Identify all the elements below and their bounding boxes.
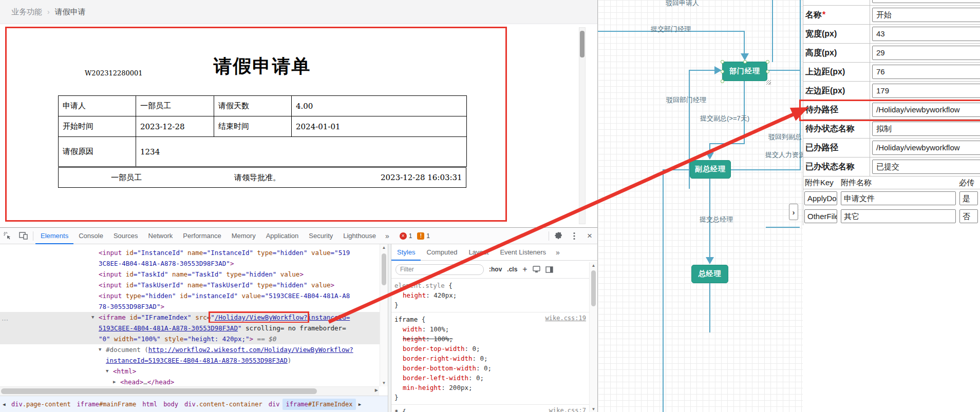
code-link[interactable]: 5193C8EE-4B04-481A-A878-30553D98F3AD [99, 324, 238, 332]
stylesheet-link[interactable]: wike.css:7 [549, 407, 586, 412]
class-toggle-button[interactable]: .cls [507, 266, 517, 273]
field-input[interactable]: 29 [872, 46, 980, 60]
workflow-node[interactable]: 总经理 [691, 265, 728, 283]
crumb-scroll-right-icon[interactable]: ▶ [356, 402, 364, 407]
attachment-input[interactable]: 是 [959, 191, 978, 205]
css-declaration[interactable]: border-top-width: 0; [394, 344, 589, 354]
css-declaration[interactable]: width: 100%; [394, 324, 589, 334]
selection-handle[interactable] [766, 60, 769, 64]
resize-handle-icon[interactable] [766, 80, 771, 85]
selection-handle[interactable] [721, 70, 724, 73]
dom-crumb[interactable]: html [139, 399, 160, 410]
css-declaration[interactable]: min-height: 200px; [394, 383, 589, 393]
attachment-input[interactable]: 申请文件 [841, 191, 956, 205]
field-input[interactable]: 179 [872, 84, 980, 98]
scrollbar-thumb[interactable] [382, 253, 386, 285]
field-input[interactable]: 24472BE2-2060-4B01-0A0 [872, 0, 980, 3]
selection-handle[interactable] [721, 60, 724, 64]
inspect-element-icon[interactable] [0, 228, 15, 244]
field-input[interactable]: 76 [872, 65, 980, 79]
code-line[interactable]: <input id="TaskId" name="TaskId" type="h… [0, 269, 388, 280]
breadcrumb-section[interactable]: 业务功能 [11, 7, 42, 17]
devtools-tab-lighthouse[interactable]: Lighthouse [338, 228, 381, 244]
code-line[interactable]: 3C8EE-4B04-481A-A878-30553D98F3AD"> [0, 258, 388, 269]
styles-tab-styles[interactable]: Styles [391, 244, 421, 261]
code-line[interactable]: <input id="InstanceId" name="InstanceId"… [0, 247, 388, 258]
attachment-input[interactable]: OtherFile [804, 209, 837, 223]
page-scrollbar[interactable] [579, 27, 586, 224]
devtools-tab-sources[interactable]: Sources [108, 228, 143, 244]
workflow-node[interactable]: 副总经理 [690, 160, 731, 179]
expander-icon[interactable]: ▼ [99, 344, 101, 355]
css-declaration[interactable]: border-right-width: 0; [394, 354, 589, 363]
rule-selector[interactable]: * [394, 408, 399, 412]
kebab-menu-icon[interactable] [567, 228, 582, 244]
dom-crumb[interactable]: div.content-container [181, 399, 266, 410]
styles-tab-computed[interactable]: Computed [421, 244, 463, 261]
css-declaration[interactable]: height: 420px; [394, 290, 589, 300]
device-toolbar-icon[interactable] [15, 228, 31, 244]
stylesheet-link[interactable]: wike.css:19 [545, 315, 586, 322]
devtools-tab-elements[interactable]: Elements [35, 228, 73, 244]
rendering-emulation-icon[interactable] [533, 266, 540, 273]
devtools-tab-performance[interactable]: Performance [178, 228, 226, 244]
selection-handle[interactable] [766, 70, 769, 73]
settings-gear-icon[interactable] [551, 228, 567, 244]
devtools-tab-memory[interactable]: Memory [227, 228, 261, 244]
page-scrollbar-thumb[interactable] [580, 31, 585, 57]
collapse-panel-button[interactable]: › [789, 204, 798, 220]
code-line[interactable]: 5193C8EE-4B04-481A-A878-30553D98F3AD" sc… [0, 323, 388, 333]
console-badges[interactable]: × 1 ! 1 [400, 232, 430, 240]
code-line[interactable]: ▶<head>…</head> [0, 377, 388, 387]
code-link[interactable]: instanceId=5193C8EE-4B04-481A-A878-30553… [106, 357, 288, 364]
elements-vertical-scrollbar[interactable]: ▲ ▼ [380, 244, 388, 386]
attachment-input[interactable]: 其它 [841, 209, 956, 223]
elements-horizontal-scrollbar[interactable]: ▶ [0, 386, 379, 396]
scrollbar-thumb[interactable] [591, 270, 596, 306]
pseudo-state-button[interactable]: :hov [489, 266, 502, 273]
field-input[interactable]: /Holiday/viewbyworkflow [872, 141, 980, 155]
dom-crumb[interactable]: iframe#IFrameIndex [282, 399, 355, 410]
gutter-ellipsis-icon[interactable]: ⋯ [2, 316, 8, 324]
code-line[interactable]: "0" width="100%" style="height: 420px;">… [0, 333, 388, 344]
css-rule[interactable]: * {wike.css:7 [391, 405, 589, 412]
scroll-up-icon[interactable]: ▲ [590, 263, 597, 268]
selection-handle[interactable] [721, 80, 724, 83]
code-line[interactable]: <input id="TaskUserId" name="TaskUserId"… [0, 280, 388, 290]
styles-vertical-scrollbar[interactable]: ▲ ▼ [589, 262, 597, 412]
dom-crumb[interactable]: div.page-content [8, 399, 74, 410]
field-input[interactable]: 拟制 [872, 122, 980, 136]
css-rule[interactable]: iframe {wike.css:19width: 100%;height: 1… [391, 312, 589, 405]
css-declaration[interactable]: height: 100%; [394, 334, 589, 344]
code-line[interactable]: ▼<html> [0, 366, 388, 377]
more-tabs-icon[interactable]: » [552, 248, 564, 257]
code-line[interactable]: ▼#document (http://workflow2.wikesoft.co… [0, 344, 388, 355]
more-tabs-icon[interactable]: » [381, 232, 393, 240]
devtools-tab-application[interactable]: Application [261, 228, 304, 244]
attachment-input[interactable]: ApplyDoc [804, 191, 837, 205]
panel-splitter[interactable] [388, 244, 391, 412]
scroll-down-icon[interactable]: ▼ [590, 407, 597, 411]
code-link[interactable]: /Holiday/ViewByWorkflow? [215, 313, 308, 321]
scroll-up-icon[interactable]: ▲ [380, 245, 388, 250]
selection-handle[interactable] [743, 60, 747, 64]
close-devtools-icon[interactable]: × [582, 228, 597, 244]
expander-icon[interactable]: ▼ [106, 366, 108, 377]
css-declaration[interactable]: border-left-width: 0; [394, 373, 589, 383]
crumb-scroll-left-icon[interactable]: ◀ [0, 402, 8, 407]
workflow-node[interactable]: 部门经理 [722, 62, 767, 81]
devtools-tab-network[interactable]: Network [143, 228, 178, 244]
attachment-input[interactable]: 否 [959, 209, 978, 223]
toggle-sidebar-icon[interactable] [545, 266, 553, 273]
scroll-down-icon[interactable]: ▼ [380, 381, 388, 385]
css-rule[interactable]: element.style {height: 420px;} [391, 279, 589, 312]
field-input[interactable]: 开始 [872, 8, 980, 22]
dom-crumb[interactable]: div [266, 399, 283, 410]
rule-selector[interactable]: iframe [394, 316, 418, 323]
breadcrumb-current[interactable]: 请假申请 [55, 7, 86, 17]
field-input[interactable]: 已提交 [872, 160, 980, 174]
styles-tab-event-listeners[interactable]: Event Listeners [494, 244, 552, 261]
expander-icon[interactable]: ▼ [91, 312, 94, 323]
code-line[interactable]: 78-30553D98F3AD"> [0, 301, 388, 312]
dom-crumb[interactable]: iframe#mainFrame [74, 399, 140, 410]
